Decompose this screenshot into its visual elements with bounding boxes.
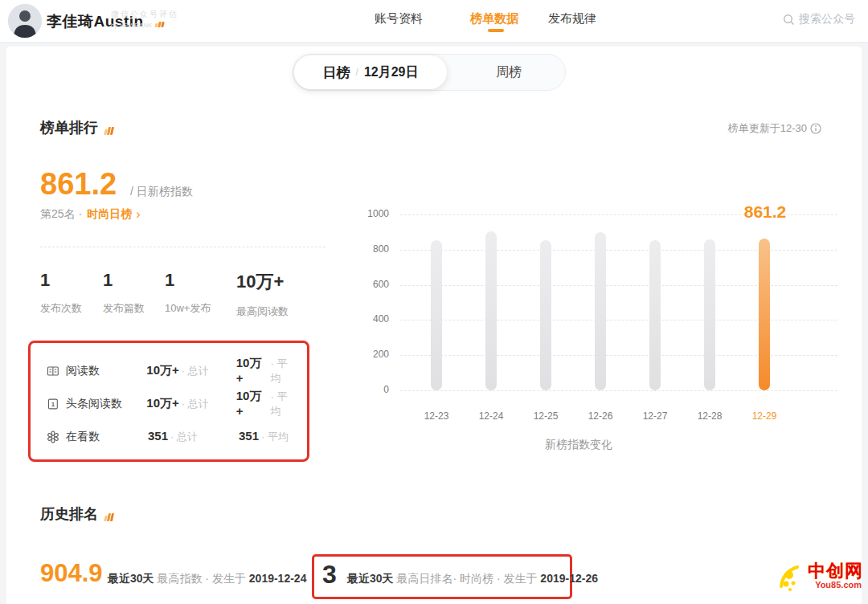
avatar[interactable]: [8, 4, 42, 38]
brand-byline: by NEWRANK: [111, 22, 153, 29]
ranking-section-title-text: 榜单排行: [40, 118, 98, 137]
ranking-section-title: 榜单排行: [40, 118, 114, 137]
chart-bar: [649, 240, 661, 390]
row-total-value: 10万+: [146, 363, 178, 378]
daily-index-label: / 日新榜指数: [130, 185, 193, 199]
newrank-account-dashboard: 李佳琦Austin 微信公众号评估 by NEWRANK 账号资料 榜单数据 发…: [0, 0, 868, 604]
top-bar: 李佳琦Austin 微信公众号评估 by NEWRANK 账号资料 榜单数据 发…: [0, 0, 868, 43]
nav-account-profile[interactable]: 账号资料: [375, 11, 423, 27]
stat-publish-articles: 1 发布篇数: [103, 270, 165, 319]
desc-bold: 最近30天: [347, 572, 394, 585]
stat-value: 1: [165, 270, 236, 291]
rank-position: 第25名 ·: [40, 207, 82, 222]
tab-daily-separator: /: [356, 67, 358, 78]
row-label: 头条阅读数: [66, 397, 147, 411]
dashed-divider: [40, 247, 326, 247]
brand-tagline: 微信公众号评估: [111, 9, 178, 20]
search-icon: [783, 14, 795, 26]
row-avg-value: 351: [239, 429, 259, 443]
history-max-index-desc: 最近30天 最高指数 · 发生于 2019-12-24: [108, 572, 306, 586]
nav-active-underline: [488, 29, 504, 32]
stat-value: 10万+: [236, 270, 317, 294]
tab-weekly[interactable]: 周榜: [450, 64, 567, 81]
search-placeholder: 搜索公众号: [799, 12, 855, 27]
gridline: [400, 250, 837, 251]
brand-logo: 微信公众号评估 by NEWRANK: [111, 9, 178, 29]
chart-bar: [431, 240, 442, 390]
gridline: [400, 355, 837, 356]
chart-bar: [540, 240, 551, 390]
x-axis-tick: 12-24: [467, 410, 515, 422]
x-axis-tick: 12-26: [576, 410, 624, 422]
history-best-rank: 3: [322, 560, 337, 590]
wow-count-icon: [47, 431, 59, 443]
y-axis-tick: 1000: [346, 208, 389, 219]
stat-label: 发布次数: [40, 301, 103, 316]
x-axis-tick: 12-28: [686, 410, 734, 422]
gridline: [400, 285, 837, 286]
chevron-right-icon[interactable]: ›: [136, 209, 140, 220]
table-row-wow: 在看数 351 · 总计 351 · 平均: [47, 420, 297, 453]
rank-row: 第25名 · 时尚日榜 ›: [40, 207, 140, 222]
row-label: 阅读数: [66, 364, 147, 378]
stat-value: 1: [40, 270, 103, 291]
site-watermark: 中创网 You85.com: [780, 556, 866, 602]
row-avg-value: 10万+: [236, 389, 268, 418]
nav-ranking-data[interactable]: 榜单数据: [470, 11, 518, 27]
watermark-site: You85.com: [815, 580, 862, 590]
chart-bar: [485, 231, 497, 390]
ranking-updated: 榜单更新于12-30: [728, 121, 821, 136]
stat-10wplus: 1 10w+发布: [165, 270, 236, 319]
headline-reading-icon: 1: [47, 398, 59, 410]
x-axis-tick: 12-25: [522, 410, 570, 422]
search-box[interactable]: 搜索公众号: [783, 12, 855, 27]
history-best-rank-desc: 最近30天 最高日排名· 时尚榜 · 发生于 2019-12-26: [347, 572, 598, 586]
y-axis-tick: 600: [346, 279, 389, 290]
tab-daily-date: 12月29日: [364, 64, 419, 81]
y-axis-tick: 400: [346, 313, 389, 324]
section-bars-icon: [104, 513, 114, 524]
row-avg-suffix: · 平均: [271, 390, 297, 418]
watermark-reel-icon: [780, 562, 807, 594]
row-total-suffix: · 总计: [182, 364, 209, 378]
row-label: 在看数: [66, 430, 148, 444]
chart-bar: [595, 232, 606, 390]
chart-title: 新榜指数变化: [402, 438, 755, 452]
nav-publish-pattern[interactable]: 发布规律: [548, 11, 596, 27]
x-axis-tick: 12-29: [740, 410, 788, 422]
chart-bar-active: [759, 239, 770, 390]
newrank-bars-icon: [155, 22, 165, 29]
x-axis-tick: 12-27: [631, 410, 679, 422]
tab-daily[interactable]: 日榜 / 12月29日: [294, 55, 447, 89]
y-axis-tick: 0: [346, 384, 389, 395]
stat-label: 最高阅读数: [236, 304, 317, 319]
read-stats-table: 阅读数 10万+ · 总计 10万+ · 平均 1 头条阅读数 10万+ · 总…: [47, 354, 297, 453]
ranking-updated-text: 榜单更新于12-30: [728, 121, 807, 136]
history-section-title: 历史排名: [40, 504, 114, 524]
svg-text:1: 1: [51, 400, 55, 407]
stat-label: 发布篇数: [103, 301, 165, 316]
desc-gray: 最高日排名· 时尚榜 · 发生于: [396, 572, 537, 585]
desc-gray: 最高指数 · 发生于: [157, 572, 248, 585]
desc-bold: 最近30天: [108, 572, 154, 585]
row-avg-value: 10万+: [236, 356, 268, 385]
row-total-value: 10万+: [146, 396, 178, 411]
desc-date: 2019-12-26: [540, 572, 598, 585]
tab-daily-label: 日榜: [323, 63, 350, 82]
table-row-reads: 阅读数 10万+ · 总计 10万+ · 平均: [47, 354, 297, 387]
gridline: [400, 320, 837, 320]
x-axis-tick: 12-23: [412, 410, 461, 422]
rank-board-link[interactable]: 时尚日榜: [87, 207, 132, 222]
chart-highlight-value: 861.2: [739, 202, 792, 222]
info-icon[interactable]: [810, 123, 821, 134]
stat-label: 10w+发布: [165, 301, 236, 316]
row-total-value: 351: [148, 429, 168, 443]
chart-bar: [704, 239, 715, 390]
avatar-photo: [8, 4, 42, 38]
desc-date: 2019-12-24: [249, 572, 307, 585]
row-total-suffix: · 总计: [170, 430, 198, 444]
stat-max-reads: 10万+ 最高阅读数: [236, 270, 317, 319]
publish-stats: 1 发布次数 1 发布篇数 1 10w+发布 10万+ 最高阅读数: [40, 270, 317, 319]
history-max-index: 904.9: [40, 559, 103, 588]
row-avg-suffix: · 平均: [271, 357, 297, 386]
